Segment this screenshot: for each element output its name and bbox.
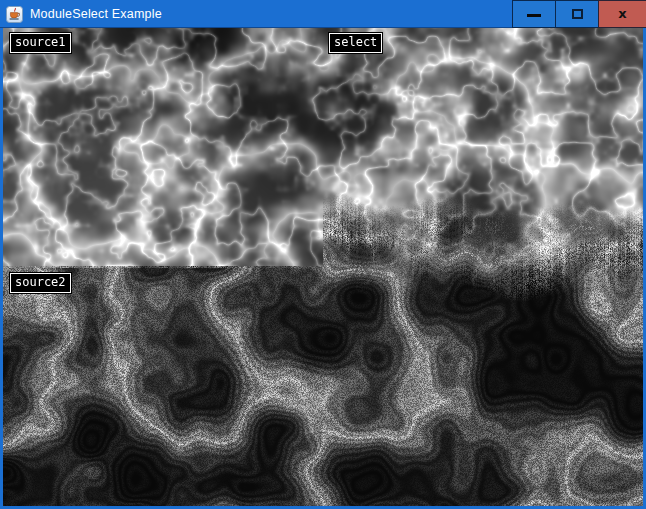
render-area: source1 select source2 [3,28,643,506]
minimize-icon [527,14,541,17]
title-bar[interactable]: ModuleSelect Example x [0,0,646,28]
maximize-button[interactable] [555,0,598,28]
close-button[interactable]: x [598,0,646,28]
noise-render-canvas [3,28,643,506]
minimize-button[interactable] [512,0,555,28]
app-window: ModuleSelect Example x source1 select so… [0,0,646,509]
caption-buttons: x [512,0,646,28]
source2-label: source2 [10,273,71,293]
close-icon: x [618,7,626,20]
select-label: select [329,33,382,53]
source1-label: source1 [10,33,71,53]
window-title: ModuleSelect Example [30,7,162,21]
java-coffee-cup-icon [6,6,23,23]
maximize-icon [572,9,583,19]
